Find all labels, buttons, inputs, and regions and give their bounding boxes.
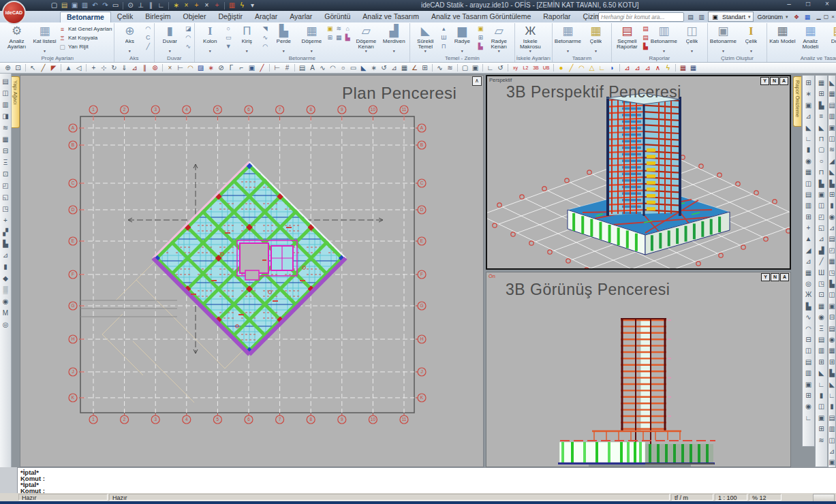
ribbon-button-merdiven[interactable]: ▟Merdiven▾ <box>380 23 408 54</box>
right-toolbar-icon[interactable]: ▤ <box>828 234 836 245</box>
ribbon-tab-betonarme[interactable]: Betonarme <box>60 12 111 22</box>
right-toolbar-icon[interactable]: ⊟ <box>803 334 814 345</box>
right-toolbar-icon[interactable]: ▥ <box>803 368 814 379</box>
ribbon-button-analiz-modeli[interactable]: ▦Analiz Modeli <box>796 23 824 54</box>
right-toolbar-icon[interactable]: ∗ <box>803 89 814 99</box>
rotate-icon[interactable]: ↻ <box>109 63 119 73</box>
render-camera-icon[interactable]: ◗ <box>607 63 617 73</box>
open-file-icon[interactable]: ▤ <box>59 1 69 10</box>
right-toolbar-icon[interactable]: ≋ <box>828 144 836 155</box>
perspective-button-n[interactable]: N <box>770 77 779 85</box>
right-toolbar-icon[interactable]: ▮ <box>828 200 836 211</box>
right-toolbar-icon[interactable]: ◣ <box>816 368 826 379</box>
ribbon-button-se-meli-raporlar[interactable]: ▤Seçmeli Raporlar <box>613 23 641 54</box>
right-toolbar-icon[interactable]: ◫ <box>828 289 836 300</box>
right-toolbar-icon[interactable]: ◫ <box>803 345 814 356</box>
render-dome-icon[interactable]: ◠ <box>576 63 587 73</box>
ribbon-tab-analiz-ve-tasar-m[interactable]: Analiz ve Tasarım <box>356 12 425 22</box>
right-toolbar-icon[interactable]: ⊞ <box>828 357 836 368</box>
ribbon-button-d-eme-kenar-[interactable]: ▱Döşeme Kenarı▾ <box>352 23 380 54</box>
chart-displacement-icon[interactable]: ⊿ <box>622 63 632 73</box>
corner-beam-icon[interactable]: ◥ <box>261 25 270 33</box>
front-button-a[interactable]: A <box>780 273 789 281</box>
ribbon-tab-birle-im[interactable]: Birleşim <box>139 12 176 22</box>
right-toolbar-icon[interactable]: ▣ <box>828 301 836 312</box>
right-toolbar-icon[interactable]: ◉ <box>828 212 836 223</box>
left-toolbar-icon[interactable]: ◨ <box>1 111 11 123</box>
right-toolbar-icon[interactable]: ▢ <box>816 144 826 155</box>
chart-moment-icon[interactable]: ⊿ <box>643 63 653 73</box>
circle-icon[interactable]: ○ <box>338 63 348 73</box>
capital-icon[interactable]: ▼ <box>224 42 233 51</box>
flag-point-icon[interactable]: ◤ <box>48 63 59 73</box>
right-toolbar-icon[interactable]: ⊞ <box>816 424 826 435</box>
ribbon-tab-ara-lar[interactable]: Araçlar <box>249 12 283 22</box>
ribbon-button--elik[interactable]: ▦Çelik▾ <box>582 23 610 54</box>
left-toolbar-icon[interactable]: ▒ <box>1 285 11 296</box>
wall-poly-icon[interactable]: ∿ <box>184 42 193 51</box>
ribbon-button--elik[interactable]: IÇelik▾ <box>737 23 765 54</box>
right-toolbar-icon[interactable]: ◠ <box>803 324 814 334</box>
right-toolbar-icon[interactable]: ⊿ <box>816 234 826 245</box>
pile-icon[interactable]: Ш <box>439 33 448 42</box>
right-toolbar-icon[interactable]: ⊞ <box>803 390 814 401</box>
mdi-restore-button[interactable]: ▢ <box>824 14 829 20</box>
left-toolbar-icon[interactable]: ◱ <box>1 192 11 204</box>
region-icon[interactable]: ▣ <box>247 63 257 73</box>
slab-ramp-icon[interactable]: ≋ <box>335 25 343 33</box>
quick-run-icon[interactable]: ϟ <box>237 1 247 10</box>
save-icon[interactable]: ▣ <box>69 1 80 10</box>
coord-l2-icon[interactable]: L2 <box>521 63 531 73</box>
explode-icon[interactable]: ∗ <box>206 63 216 73</box>
right-toolbar-icon[interactable]: ∟ <box>828 390 836 401</box>
right-toolbar-icon[interactable]: Ξ <box>816 324 826 334</box>
ribbon-button--elik[interactable]: ◫Çelik▾ <box>678 23 706 54</box>
arc-beam-icon[interactable]: ◠ <box>261 42 270 51</box>
sheet-set-icon[interactable]: ▣ <box>470 63 480 73</box>
right-toolbar-icon[interactable]: ◫ <box>816 401 826 412</box>
undo-icon[interactable]: ↶ <box>90 1 100 10</box>
rotate-ccw-icon[interactable]: ↺ <box>379 63 389 73</box>
right-toolbar-icon[interactable]: ▦ <box>828 345 836 356</box>
right-toolbar-icon[interactable]: ▲ <box>803 234 814 245</box>
ribbon-button-s-rekli-temel[interactable]: ◣Sürekli Temel▾ <box>412 23 439 54</box>
perspective-viewport[interactable]: Perspektif YNA 3B Perspektif Penceresi <box>486 75 791 270</box>
mat-gap-icon[interactable]: ▣ <box>476 25 485 33</box>
osnap-mid-icon[interactable]: + <box>191 1 202 10</box>
right-toolbar-icon[interactable]: ○ <box>816 156 826 167</box>
text-icon[interactable]: A <box>307 63 318 73</box>
render-corner-icon[interactable]: ∟ <box>597 63 607 73</box>
wall-arc-icon[interactable]: ◠ <box>184 33 193 42</box>
right-toolbar-icon[interactable]: ▣ <box>816 189 826 200</box>
arc-axis-icon[interactable]: ◠ <box>144 25 153 33</box>
move-copy-icon[interactable]: ⊹ <box>99 63 109 73</box>
tab-yapi-agaci[interactable]: Yapı Ağacı <box>12 76 20 128</box>
hatch-icon[interactable]: ▨ <box>196 63 206 73</box>
right-toolbar-icon[interactable]: ⊞ <box>828 189 836 200</box>
right-toolbar-icon[interactable]: ▤ <box>828 324 836 334</box>
ribbon-tab-de-i-tir[interactable]: Değiştir <box>212 12 249 22</box>
polyline-icon[interactable]: ∿ <box>435 63 445 73</box>
right-toolbar-icon[interactable]: ▣ <box>803 100 814 111</box>
soil-icon[interactable]: ⊓ <box>439 42 448 51</box>
ribbon-button-kolon[interactable]: IKolon▾ <box>196 23 224 54</box>
ribbon-button-betonarme[interactable]: ▦Betonarme▾ <box>554 23 582 54</box>
right-toolbar-icon[interactable]: ∿ <box>803 312 814 323</box>
right-toolbar-icon[interactable]: ▦ <box>828 89 836 99</box>
mat-edge-icon[interactable]: ▙ <box>476 42 485 51</box>
mdi-close-button[interactable]: × <box>831 14 835 20</box>
slab-hatch-icon[interactable]: ▦ <box>335 33 343 42</box>
command-line-window[interactable]: *İptal*Komut :*İptal*Komut : <box>17 467 836 493</box>
new-file-icon[interactable]: ▢ <box>49 1 59 10</box>
right-toolbar-icon[interactable]: ≡ <box>816 111 826 122</box>
render-light-icon[interactable]: △ <box>587 63 597 73</box>
single-footing-icon[interactable]: ▴ <box>439 25 448 33</box>
right-toolbar-icon[interactable]: ∟ <box>816 379 826 390</box>
ribbon-tab-raporlar[interactable]: Raporlar <box>537 12 576 22</box>
left-toolbar-icon[interactable]: ▞ <box>1 227 11 238</box>
right-toolbar-icon[interactable]: ⊿ <box>828 223 836 234</box>
coord-ub-icon[interactable]: UB <box>541 63 551 73</box>
redo-icon[interactable]: ↷ <box>100 1 110 10</box>
ribbon-button-radye-kenar-[interactable]: ▱Radye Kenarı▾ <box>485 23 513 54</box>
right-toolbar-icon[interactable]: ◫ <box>816 200 826 211</box>
